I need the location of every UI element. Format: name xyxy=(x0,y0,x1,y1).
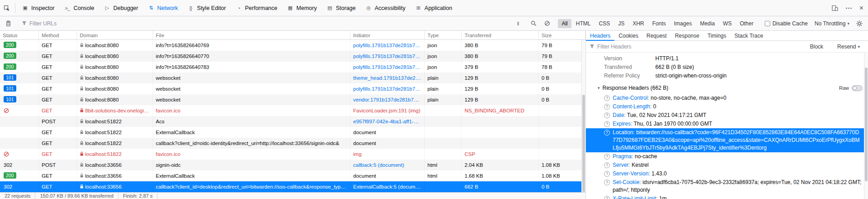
col-method[interactable]: Method xyxy=(39,31,77,39)
requests-scrollbar[interactable] xyxy=(581,40,585,192)
disable-cache-checkbox[interactable]: Disable Cache xyxy=(761,20,811,27)
header-value: Thu, 01 Jan 1970 00:00:00 GMT xyxy=(633,121,712,127)
header-row[interactable]: ? Set-Cookieidsrv=adf6cba1-7075-402b-9ec… xyxy=(586,178,868,194)
tool-tab-memory[interactable]: ▦ Memory xyxy=(282,0,321,16)
filter-all[interactable]: All xyxy=(558,19,571,28)
request-row[interactable]: 101 GET localhost:8080 websocket polyfil… xyxy=(0,83,585,94)
filter-css[interactable]: CSS xyxy=(595,19,614,28)
scrollbar-thumb[interactable] xyxy=(582,95,585,192)
details-tab-response[interactable]: Response xyxy=(671,31,703,40)
details-tab-request[interactable]: Request xyxy=(643,31,671,40)
tool-tab-icon: ▷ xyxy=(103,5,110,11)
header-row[interactable]: ? Locationbitwarden://sso-callback?code=… xyxy=(586,128,868,152)
initiator-cell: document xyxy=(350,138,425,149)
col-initiator[interactable]: Initiator xyxy=(350,31,425,39)
help-icon[interactable]: ? xyxy=(604,121,610,127)
filter-other[interactable]: Other xyxy=(736,19,757,28)
filter-js[interactable]: JS xyxy=(614,19,628,28)
tool-tab-console[interactable]: >_ Console xyxy=(59,0,99,16)
request-row[interactable]: GET localhost:51822 favicon.ico img CSP xyxy=(0,149,585,160)
filter-html[interactable]: HTML xyxy=(572,19,595,28)
meatball-menu-button[interactable]: ⋯ xyxy=(842,4,856,12)
request-row[interactable]: GET 8bit-solutions-dev.onelogin… favicon… xyxy=(0,105,585,116)
header-row[interactable]: ? X-Rate-Limit-Limit1m xyxy=(586,194,868,199)
filter-ws[interactable]: WS xyxy=(719,19,735,28)
col-type[interactable]: Type xyxy=(425,31,462,39)
tool-tab-accessibility[interactable]: ◎ Accessibility xyxy=(360,0,410,16)
col-file[interactable]: File xyxy=(153,31,350,39)
filter-urls-input[interactable] xyxy=(29,20,510,27)
domain-text: localhost:8080 xyxy=(85,75,119,81)
help-icon[interactable]: ? xyxy=(604,95,610,101)
request-row[interactable]: GET localhost:51822 ExternalCallback doc… xyxy=(0,127,585,138)
lock-icon xyxy=(80,108,84,113)
header-row[interactable]: ? Cache-Controlno-store, no-cache, max-a… xyxy=(586,94,868,102)
tool-tab-style-editor[interactable]: {} Style Editor xyxy=(182,0,230,16)
details-tab-stack-trace[interactable]: Stack Trace xyxy=(730,31,767,40)
throttling-dropdown[interactable]: No Throttling ▾ xyxy=(812,20,852,27)
help-icon[interactable]: ? xyxy=(604,171,610,177)
request-row[interactable]: 200 GET localhost:8080 info?t=1635826640… xyxy=(0,62,585,73)
close-devtools-button[interactable]: × xyxy=(856,4,867,12)
header-row[interactable]: ? ExpiresThu, 01 Jan 1970 00:00:00 GMT xyxy=(586,120,868,128)
details-scrollbar[interactable] xyxy=(864,53,868,199)
response-headers-section-header[interactable]: ▾ Response Headers (662 B) Raw xyxy=(586,83,868,93)
gear-icon xyxy=(856,20,863,27)
resend-button[interactable]: Resend ▾ xyxy=(834,44,863,50)
help-icon[interactable]: ? xyxy=(604,154,610,160)
pause-traffic-button[interactable]: ‖ xyxy=(513,21,523,26)
header-row[interactable]: ? DateTue, 02 Nov 2021 04:17:21 GMT xyxy=(586,111,868,120)
type-cell: plain xyxy=(425,94,462,105)
header-name: Date xyxy=(613,112,627,118)
filter-media[interactable]: Media xyxy=(696,19,719,28)
details-tab-timings[interactable]: Timings xyxy=(703,31,730,40)
col-size[interactable]: Size xyxy=(539,31,585,39)
request-blocking-button[interactable] xyxy=(541,20,554,26)
network-settings-button[interactable] xyxy=(853,20,866,27)
tool-tab-network[interactable]: ⇅ Network xyxy=(143,0,182,16)
tool-tab-application[interactable]: ⊞ Application xyxy=(410,0,457,16)
tool-tab-storage[interactable]: ▤ Storage xyxy=(321,0,360,16)
details-tab-headers[interactable]: Headers xyxy=(586,31,614,40)
tool-tab-performance[interactable]: ◔ Performance xyxy=(230,0,282,16)
request-row[interactable]: POST localhost:51822 Acs e957f897-042e-4… xyxy=(0,116,585,127)
block-url-button[interactable]: Block xyxy=(807,44,826,50)
filter-images[interactable]: Images xyxy=(671,19,695,28)
filter-fonts[interactable]: Fonts xyxy=(649,19,670,28)
col-status[interactable]: Status xyxy=(0,31,39,39)
help-icon[interactable]: ? xyxy=(604,112,610,118)
request-row[interactable]: 101 GET localhost:8080 websocket vendor.… xyxy=(0,94,585,105)
header-row[interactable]: ? Pragmano-cache xyxy=(586,152,868,161)
clear-requests-button[interactable] xyxy=(2,20,15,27)
raw-toggle[interactable] xyxy=(852,85,863,91)
filter-xhr[interactable]: XHR xyxy=(629,19,647,28)
scrollbar-thumb[interactable] xyxy=(865,68,868,181)
header-row[interactable]: ? Server-Version1.43.0 xyxy=(586,170,868,178)
request-row[interactable]: GET localhost:51822 callback?client_id=o… xyxy=(0,138,585,149)
tool-tab-debugger[interactable]: ▷ Debugger xyxy=(99,0,143,16)
summary-row: Transferred 662 B (0 B size) xyxy=(586,63,868,72)
col-transferred[interactable]: Transferred xyxy=(462,31,539,39)
request-row[interactable]: 200 GET localhost:8080 info?t=1635826640… xyxy=(0,51,585,62)
tool-tab-inspector[interactable]: ▣ Inspector xyxy=(17,0,59,16)
help-icon[interactable]: ? xyxy=(604,104,610,110)
header-row[interactable]: ? Content-Length0 xyxy=(586,102,868,111)
help-icon[interactable]: ? xyxy=(604,196,610,199)
details-tab-cookies[interactable]: Cookies xyxy=(614,31,642,40)
col-domain[interactable]: Domain xyxy=(77,31,153,39)
node-picker-button[interactable] xyxy=(0,0,14,16)
request-row[interactable]: 302 POST localhost:33656 signin-oidc cal… xyxy=(0,160,585,170)
request-row[interactable]: 302 GET localhost:33656 callback?client_… xyxy=(0,181,585,192)
request-row[interactable]: 200 GET localhost:8080 info?t=1635826640… xyxy=(0,40,585,51)
help-icon[interactable]: ? xyxy=(604,162,610,168)
help-icon[interactable]: ? xyxy=(604,180,610,185)
request-row[interactable]: 101 GET localhost:8080 websocket theme_h… xyxy=(0,73,585,83)
request-row[interactable]: 200 GET localhost:33656 ExternalCallback… xyxy=(0,170,585,181)
header-row[interactable]: ? ServerKestrel xyxy=(586,161,868,170)
filter-headers-input[interactable] xyxy=(597,44,805,50)
search-button[interactable] xyxy=(527,20,540,26)
status-badge: 200 xyxy=(4,63,16,70)
transferred-cell: 379 B xyxy=(462,62,539,73)
help-icon[interactable]: ? xyxy=(604,130,610,136)
responsive-design-mode-button[interactable] xyxy=(828,5,842,11)
